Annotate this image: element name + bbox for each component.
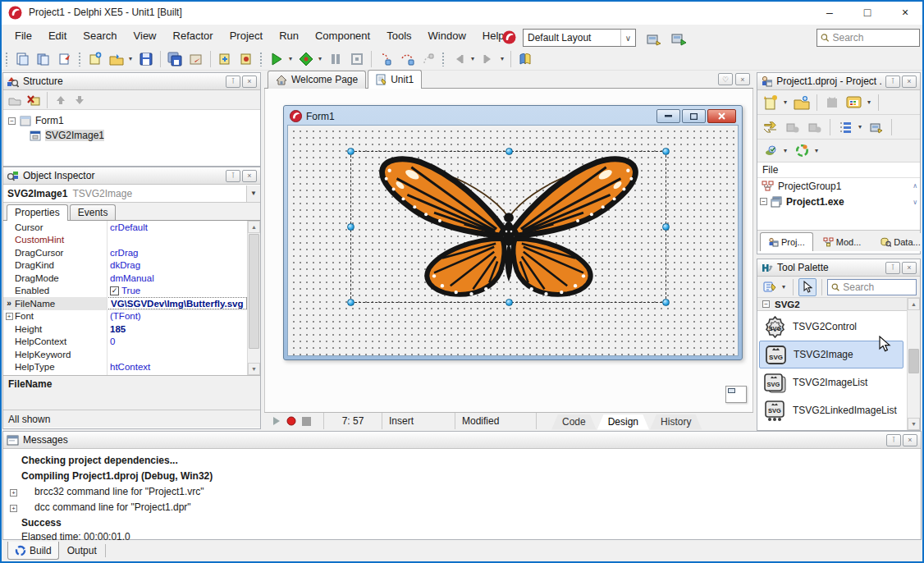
open-project-icon[interactable]: [55, 49, 75, 69]
menu-file[interactable]: File: [7, 25, 40, 48]
scroll-down-icon[interactable]: ▼: [908, 418, 920, 430]
expand-icon[interactable]: +: [6, 313, 13, 320]
property-row[interactable]: HelpTypehtContext: [3, 361, 260, 374]
close-icon[interactable]: ×: [902, 76, 917, 88]
property-row[interactable]: DragKinddkDrag: [3, 259, 260, 272]
structure-delete-icon[interactable]: [25, 92, 42, 108]
selection-handle-w[interactable]: [347, 223, 355, 231]
save-button[interactable]: [136, 49, 156, 69]
message-line[interactable]: brcc32 command line for "Project1.vrc": [34, 486, 204, 497]
palette-scrollbar[interactable]: ▲ ▼: [907, 298, 920, 430]
move-up-icon[interactable]: [53, 92, 69, 108]
form-minimize-button[interactable]: [656, 109, 680, 123]
view-tab-history[interactable]: History: [650, 414, 702, 430]
palette-category-svg2[interactable]: − SVG2: [757, 298, 920, 311]
menu-project[interactable]: Project: [222, 25, 271, 48]
pin-icon[interactable]: ⊺: [885, 76, 900, 88]
pm-target-dropdown-icon[interactable]: ▾: [781, 147, 789, 154]
pm-sync-icon[interactable]: [761, 117, 780, 137]
collapse-icon[interactable]: −: [8, 117, 16, 125]
view-tab-design[interactable]: Design: [597, 414, 649, 430]
scroll-up-icon[interactable]: ∧: [913, 182, 917, 190]
pin-icon[interactable]: ⊺: [226, 170, 240, 182]
trace-into-button[interactable]: [376, 49, 396, 69]
menu-window[interactable]: Window: [420, 25, 474, 48]
selection-handle-e[interactable]: [662, 223, 670, 231]
tab-output[interactable]: Output: [61, 542, 103, 560]
close-icon[interactable]: ×: [903, 434, 917, 446]
property-row[interactable]: DragModedmManual: [3, 272, 260, 285]
pm-save-disabled-icon[interactable]: [822, 93, 842, 112]
program-reset-button[interactable]: [347, 49, 367, 69]
play-macro-icon[interactable]: [269, 414, 284, 428]
tab-unit1[interactable]: Unit1: [368, 70, 422, 89]
property-row[interactable]: CursorcrDefault: [3, 221, 260, 234]
property-row-font[interactable]: +Font(TFont): [3, 310, 260, 323]
expand-icon[interactable]: +: [10, 489, 17, 497]
property-row-enabled[interactable]: Enabled✓True: [3, 285, 260, 298]
selection-handle-nw[interactable]: [347, 148, 355, 155]
palette-categories-dropdown-icon[interactable]: ▾: [780, 283, 788, 291]
property-row[interactable]: DragCursorcrDrag: [3, 246, 260, 259]
property-row-filename-selected[interactable]: » FileName VG\SGVDev\Img\Butterfly.svg…: [3, 297, 260, 310]
close-icon[interactable]: ×: [902, 262, 917, 274]
tree-node-projectgroup[interactable]: ProjectGroup1: [757, 178, 920, 194]
palette-search-box[interactable]: [827, 279, 917, 295]
menu-search[interactable]: Search: [75, 25, 125, 48]
tab-build[interactable]: Build: [7, 542, 59, 560]
form-titlebar[interactable]: Form1: [287, 108, 739, 125]
form-close-button[interactable]: [707, 109, 736, 123]
run-params-dropdown-icon[interactable]: ▾: [316, 55, 324, 62]
tree-node-project-exe[interactable]: − Project1.exe: [757, 194, 920, 209]
open-dropdown-icon[interactable]: ▾: [126, 55, 135, 62]
structure-header[interactable]: Structure ⊺ ×: [3, 73, 260, 90]
instance-selector[interactable]: SVG2Image1 TSVG2Image ▼: [3, 185, 260, 203]
run-button[interactable]: [267, 49, 286, 69]
new-items-icon[interactable]: [12, 49, 32, 69]
menu-refactor[interactable]: Refactor: [165, 25, 222, 48]
property-row[interactable]: HelpContext0: [3, 336, 260, 349]
forward-history-dropdown-icon[interactable]: ▾: [498, 55, 506, 62]
stop-macro-icon[interactable]: [299, 414, 313, 428]
menu-view[interactable]: View: [126, 25, 165, 48]
form-maximize-button[interactable]: [682, 109, 706, 123]
palette-selector-cursor-button[interactable]: [798, 278, 817, 296]
selection-handle-ne[interactable]: [662, 148, 670, 155]
tab-project[interactable]: Proj...: [760, 232, 813, 251]
save-project-as-button[interactable]: [186, 49, 206, 69]
pm-sort-list-icon[interactable]: [835, 117, 855, 137]
open-file-icon[interactable]: [34, 49, 53, 69]
set-debug-desktop-button[interactable]: [669, 30, 688, 49]
instance-dropdown-icon[interactable]: ▼: [246, 185, 260, 202]
message-line[interactable]: Checking project dependencies...: [21, 455, 178, 466]
message-line[interactable]: Compiling Project1.dproj (Debug, Win32): [21, 470, 213, 482]
menu-run[interactable]: Run: [271, 25, 307, 48]
pm-view-dropdown-icon[interactable]: ▾: [865, 98, 873, 106]
back-history-dropdown-icon[interactable]: ▾: [469, 55, 477, 62]
pm-open-icon[interactable]: [792, 93, 812, 112]
run-until-return-button[interactable]: [419, 49, 438, 69]
property-row[interactable]: Height185: [3, 323, 260, 336]
palette-item-tsvg2linkedimagelist[interactable]: SVG TSVG2LinkedImageList: [759, 396, 903, 424]
scroll-down-icon[interactable]: ∨: [913, 199, 917, 206]
step-over-button[interactable]: [397, 49, 417, 69]
move-down-icon[interactable]: [71, 92, 88, 108]
help-button[interactable]: [515, 49, 535, 69]
message-line[interactable]: Success: [21, 517, 62, 529]
menu-component[interactable]: Component: [307, 25, 378, 48]
save-desktop-button[interactable]: [644, 30, 664, 49]
pm-platform-dropdown-icon[interactable]: ▾: [812, 147, 821, 154]
new-file-button[interactable]: [85, 49, 105, 69]
save-all-button[interactable]: [165, 49, 185, 69]
property-row[interactable]: HelpKeyword: [3, 348, 260, 361]
pin-icon[interactable]: ⊺: [886, 434, 901, 446]
minimize-button[interactable]: –: [811, 1, 849, 25]
form-client-area[interactable]: [287, 125, 739, 356]
pm-view-selector-icon[interactable]: [844, 93, 864, 112]
expand-icon[interactable]: +: [10, 505, 17, 512]
open-button[interactable]: [107, 49, 126, 69]
tab-data-explorer[interactable]: Data...: [872, 233, 924, 251]
message-line[interactable]: dcc command line for "Project1.dpr": [34, 501, 191, 513]
tab-welcome-page[interactable]: Welcome Page: [268, 71, 366, 89]
pm-platform-icon[interactable]: [792, 141, 812, 161]
